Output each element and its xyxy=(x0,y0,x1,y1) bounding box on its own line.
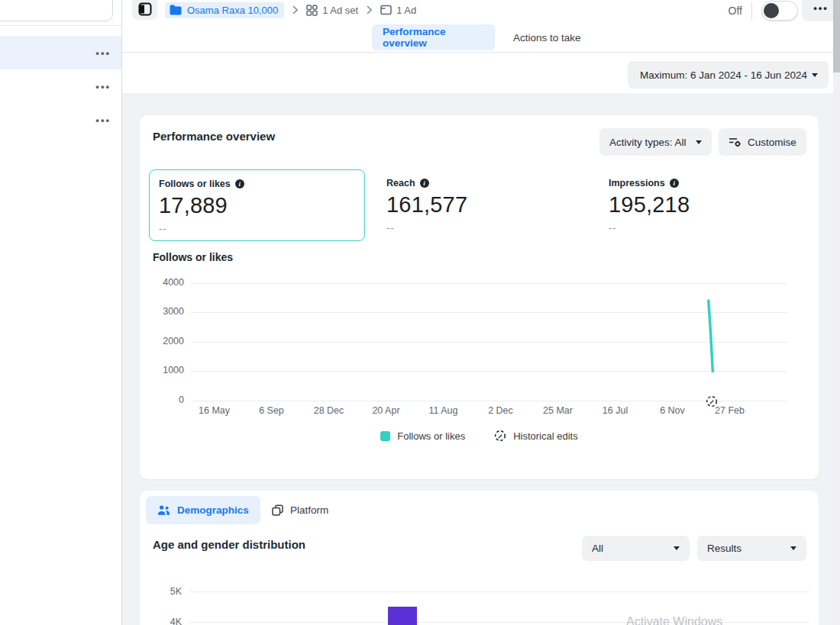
demographics-card: Demographics Platform Age and gender dis… xyxy=(140,491,819,625)
scrollbar-thumb[interactable] xyxy=(833,0,840,72)
tab-demographics[interactable]: Demographics xyxy=(146,496,260,524)
x-axis-tick: 27 Feb xyxy=(701,405,758,416)
customise-label: Customise xyxy=(748,137,796,148)
scrollbar-track[interactable] xyxy=(833,0,840,625)
x-axis-tick: 2 Dec xyxy=(472,405,529,416)
performance-overview-title: Performance overview xyxy=(153,130,275,143)
legend-historical-label: Historical edits xyxy=(513,430,578,442)
divider xyxy=(751,2,752,19)
sidebar-row[interactable]: ••• xyxy=(0,69,121,103)
toggle-status-label: Off xyxy=(729,5,742,17)
customise-icon xyxy=(729,136,741,148)
x-axis-tick: 16 May xyxy=(186,405,243,416)
customise-button[interactable]: Customise xyxy=(719,128,806,156)
tab-actions-to-take-label: Actions to take xyxy=(513,32,581,43)
date-range-value: Maximum: 6 Jan 2024 - 16 Jun 2024 xyxy=(640,69,807,81)
x-axis-tick: 25 Mar xyxy=(529,405,586,416)
x-axis-tick: 16 Jul xyxy=(586,405,644,416)
collapse-sidebar-button[interactable] xyxy=(132,0,157,20)
age-gender-filter-dropdown[interactable]: All xyxy=(582,536,690,561)
x-axis-ticks: 16 May 6 Sep 28 Dec 20 Apr 11 Aug 2 Dec … xyxy=(186,405,758,416)
activity-types-value: Activity types: All xyxy=(609,137,687,148)
tab-platform-label: Platform xyxy=(290,504,328,516)
tab-performance-overview[interactable]: Performance overview xyxy=(372,24,495,50)
toggle-knob xyxy=(764,3,779,18)
y-axis-tick: 1000 xyxy=(152,365,184,375)
platform-layers-icon xyxy=(272,504,283,516)
content-area: Performance overview Activity types: All xyxy=(122,93,840,625)
chevron-right-icon xyxy=(292,5,298,14)
filter-row: Maximum: 6 Jan 2024 - 16 Jun 2024 xyxy=(122,53,840,93)
y-axis-tick: 3000 xyxy=(152,306,184,317)
metric-impressions[interactable]: Impressions 195,218 -- xyxy=(599,169,816,241)
x-axis-tick: 11 Aug xyxy=(415,405,472,416)
tab-row: Performance overview Actions to take xyxy=(122,24,840,52)
legend-follows-label: Follows or likes xyxy=(397,430,465,442)
left-sidebar: ••• ••• ••• xyxy=(0,0,122,625)
chevron-down-icon xyxy=(790,546,796,550)
age-gender-filter-value: All xyxy=(592,543,603,554)
tab-performance-overview-label: Performance overview xyxy=(383,26,484,49)
adset-grid-icon xyxy=(306,5,318,16)
gridline xyxy=(189,591,809,592)
metric-impressions-value: 195,218 xyxy=(609,192,806,217)
chevron-down-icon xyxy=(674,546,680,550)
info-icon[interactable] xyxy=(420,179,429,188)
y-axis-tick: 2000 xyxy=(152,336,184,346)
collapse-sidebar-icon xyxy=(138,2,152,16)
tab-platform[interactable]: Platform xyxy=(260,496,340,524)
gridline xyxy=(191,401,787,401)
sidebar-selected-row[interactable]: ••• xyxy=(0,36,121,69)
ad-frame-icon xyxy=(380,5,392,15)
demographics-people-icon xyxy=(157,504,170,516)
metric-follows-value: 17,889 xyxy=(159,193,355,218)
folder-icon xyxy=(170,5,182,15)
metric-reach-value: 161,577 xyxy=(386,192,584,217)
more-icon[interactable]: ••• xyxy=(95,82,111,92)
metric-follows-or-likes[interactable]: Follows or likes 17,889 -- xyxy=(149,169,365,241)
y-axis-tick: 4000 xyxy=(152,277,184,288)
metric-reach[interactable]: Reach 161,577 -- xyxy=(377,169,593,241)
breadcrumb: Osama Raxa 10,000 1 Ad set xyxy=(165,0,416,20)
metric-reach-label: Reach xyxy=(386,178,415,188)
breadcrumb-adset[interactable]: 1 Ad set xyxy=(306,5,358,16)
age-gender-heading: Age and gender distribution xyxy=(153,538,305,551)
y-axis-tick: 5K xyxy=(159,586,182,597)
more-icon[interactable]: ••• xyxy=(95,48,111,58)
info-icon[interactable] xyxy=(235,179,244,188)
tab-actions-to-take[interactable]: Actions to take xyxy=(502,24,592,50)
chevron-down-icon xyxy=(696,140,702,144)
legend-swatch-follows-or-likes xyxy=(380,431,390,441)
historical-edits-icon xyxy=(494,430,506,442)
results-metric-dropdown[interactable]: Results xyxy=(697,536,806,561)
more-icon[interactable]: ••• xyxy=(95,115,111,125)
sidebar-top-card xyxy=(0,0,113,21)
y-axis-tick: 0 xyxy=(152,395,184,405)
age-gender-bar[interactable] xyxy=(388,607,417,625)
breadcrumb-ad[interactable]: 1 Ad xyxy=(380,5,416,16)
legend-historical-edits: Historical edits xyxy=(494,430,578,442)
breadcrumb-ad-label: 1 Ad xyxy=(396,5,416,16)
metric-impressions-change: -- xyxy=(609,222,806,234)
x-axis-tick: 28 Dec xyxy=(300,405,357,416)
breadcrumb-campaign-label: Osama Raxa 10,000 xyxy=(187,5,278,16)
info-icon[interactable] xyxy=(670,179,679,188)
y-axis-tick: 4K xyxy=(159,617,182,625)
activate-windows-watermark: Activate Windows xyxy=(626,615,722,625)
metric-follows-label: Follows or likes xyxy=(159,179,231,189)
ad-status-toggle[interactable] xyxy=(761,1,798,21)
sidebar-row[interactable]: ••• xyxy=(0,103,121,137)
breadcrumb-adset-label: 1 Ad set xyxy=(322,5,358,16)
metric-impressions-label: Impressions xyxy=(609,178,665,188)
legend-follows-or-likes: Follows or likes xyxy=(380,430,465,442)
activity-types-dropdown[interactable]: Activity types: All xyxy=(599,128,712,156)
ad-status-controls: Off xyxy=(729,0,798,21)
x-axis-tick: 6 Sep xyxy=(243,405,300,416)
sidebar-divider xyxy=(0,25,122,26)
chevron-right-icon xyxy=(367,5,372,14)
tab-demographics-label: Demographics xyxy=(177,504,249,516)
breadcrumb-campaign[interactable]: Osama Raxa 10,000 xyxy=(165,2,284,18)
chart-title: Follows or likes xyxy=(153,251,233,263)
date-range-dropdown[interactable]: Maximum: 6 Jan 2024 - 16 Jun 2024 xyxy=(628,61,829,89)
main-panel: Osama Raxa 10,000 1 Ad set xyxy=(122,0,840,625)
